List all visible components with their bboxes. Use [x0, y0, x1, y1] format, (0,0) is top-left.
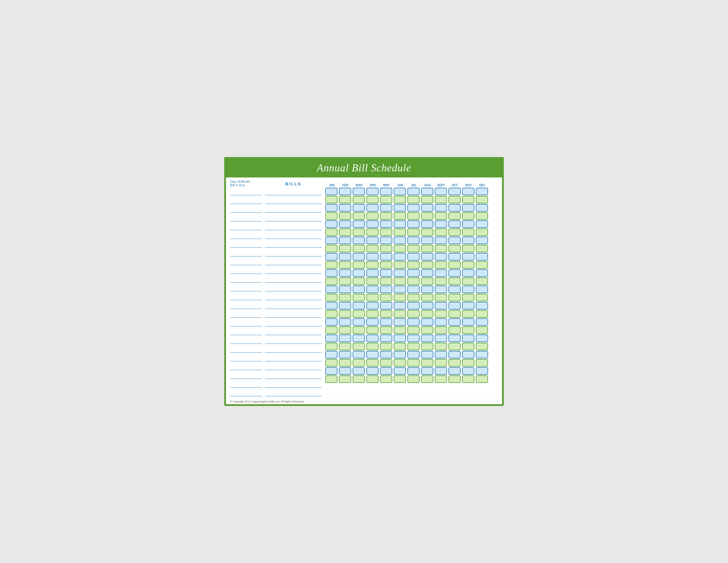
month-checkbox[interactable] [435, 351, 447, 359]
month-checkbox[interactable] [325, 220, 338, 228]
month-checkbox[interactable] [407, 261, 420, 269]
bills-input-line[interactable] [265, 311, 322, 318]
month-checkbox[interactable] [325, 375, 338, 383]
month-checkbox[interactable] [339, 351, 351, 359]
month-checkbox[interactable] [394, 367, 406, 375]
month-checkbox[interactable] [394, 196, 406, 203]
month-checkbox[interactable] [353, 310, 365, 318]
month-checkbox[interactable] [462, 327, 474, 334]
month-checkbox[interactable] [448, 269, 461, 277]
bills-input-line[interactable] [265, 232, 322, 239]
month-checkbox[interactable] [476, 188, 488, 195]
month-checkbox[interactable] [394, 375, 406, 383]
bills-input-line[interactable] [265, 249, 322, 256]
month-checkbox[interactable] [353, 294, 365, 301]
bills-input-line[interactable] [265, 285, 322, 292]
month-checkbox[interactable] [366, 253, 379, 260]
month-checkbox[interactable] [339, 375, 351, 383]
month-checkbox[interactable] [476, 286, 488, 293]
month-checkbox[interactable] [394, 188, 406, 195]
month-checkbox[interactable] [462, 375, 474, 383]
month-checkbox[interactable] [394, 261, 406, 269]
month-checkbox[interactable] [435, 375, 447, 383]
month-checkbox[interactable] [366, 359, 379, 367]
month-checkbox[interactable] [476, 335, 488, 342]
month-checkbox[interactable] [325, 188, 338, 195]
bills-input-line[interactable] [265, 372, 322, 379]
month-checkbox[interactable] [325, 327, 338, 334]
month-checkbox[interactable] [421, 188, 433, 195]
bills-input-line[interactable] [265, 267, 322, 274]
month-checkbox[interactable] [339, 269, 351, 277]
month-checkbox[interactable] [339, 245, 351, 252]
month-checkbox[interactable] [366, 220, 379, 228]
month-checkbox[interactable] [325, 261, 338, 269]
month-checkbox[interactable] [435, 310, 447, 318]
month-checkbox[interactable] [462, 245, 474, 252]
month-checkbox[interactable] [435, 294, 447, 301]
month-checkbox[interactable] [462, 212, 474, 220]
month-checkbox[interactable] [325, 351, 338, 359]
month-checkbox[interactable] [476, 245, 488, 252]
month-checkbox[interactable] [366, 318, 379, 326]
month-checkbox[interactable] [380, 188, 392, 195]
month-checkbox[interactable] [394, 277, 406, 285]
month-checkbox[interactable] [407, 188, 420, 195]
month-checkbox[interactable] [421, 367, 433, 375]
day-input-line[interactable] [230, 293, 262, 300]
month-checkbox[interactable] [476, 351, 488, 359]
day-input-line[interactable] [230, 337, 262, 344]
month-checkbox[interactable] [394, 318, 406, 326]
month-checkbox[interactable] [407, 327, 420, 334]
month-checkbox[interactable] [366, 367, 379, 375]
month-checkbox[interactable] [366, 343, 379, 350]
day-input-line[interactable] [230, 389, 262, 396]
bills-input-line[interactable] [265, 346, 322, 353]
month-checkbox[interactable] [353, 277, 365, 285]
month-checkbox[interactable] [353, 375, 365, 383]
month-checkbox[interactable] [353, 253, 365, 260]
month-checkbox[interactable] [325, 294, 338, 301]
month-checkbox[interactable] [380, 310, 392, 318]
month-checkbox[interactable] [448, 351, 461, 359]
month-checkbox[interactable] [476, 367, 488, 375]
month-checkbox[interactable] [448, 236, 461, 244]
month-checkbox[interactable] [366, 212, 379, 220]
month-checkbox[interactable] [380, 261, 392, 269]
month-checkbox[interactable] [394, 359, 406, 367]
month-checkbox[interactable] [366, 302, 379, 310]
month-checkbox[interactable] [366, 245, 379, 252]
month-checkbox[interactable] [421, 245, 433, 252]
month-checkbox[interactable] [366, 351, 379, 359]
month-checkbox[interactable] [462, 261, 474, 269]
month-checkbox[interactable] [353, 302, 365, 310]
month-checkbox[interactable] [407, 253, 420, 260]
month-checkbox[interactable] [325, 310, 338, 318]
month-checkbox[interactable] [407, 310, 420, 318]
month-checkbox[interactable] [394, 245, 406, 252]
month-checkbox[interactable] [407, 343, 420, 350]
month-checkbox[interactable] [353, 335, 365, 342]
month-checkbox[interactable] [394, 302, 406, 310]
month-checkbox[interactable] [476, 327, 488, 334]
bills-input-line[interactable] [265, 363, 322, 370]
month-checkbox[interactable] [435, 253, 447, 260]
month-checkbox[interactable] [448, 228, 461, 236]
day-input-line[interactable] [230, 285, 262, 292]
month-checkbox[interactable] [325, 318, 338, 326]
month-checkbox[interactable] [380, 318, 392, 326]
month-checkbox[interactable] [462, 310, 474, 318]
month-checkbox[interactable] [421, 310, 433, 318]
month-checkbox[interactable] [435, 277, 447, 285]
day-input-line[interactable] [230, 267, 262, 274]
month-checkbox[interactable] [380, 327, 392, 334]
month-checkbox[interactable] [462, 196, 474, 203]
month-checkbox[interactable] [394, 343, 406, 350]
month-checkbox[interactable] [380, 359, 392, 367]
month-checkbox[interactable] [476, 318, 488, 326]
day-input-line[interactable] [230, 249, 262, 256]
month-checkbox[interactable] [325, 359, 338, 367]
month-checkbox[interactable] [380, 367, 392, 375]
month-checkbox[interactable] [448, 220, 461, 228]
day-input-line[interactable] [230, 328, 262, 335]
